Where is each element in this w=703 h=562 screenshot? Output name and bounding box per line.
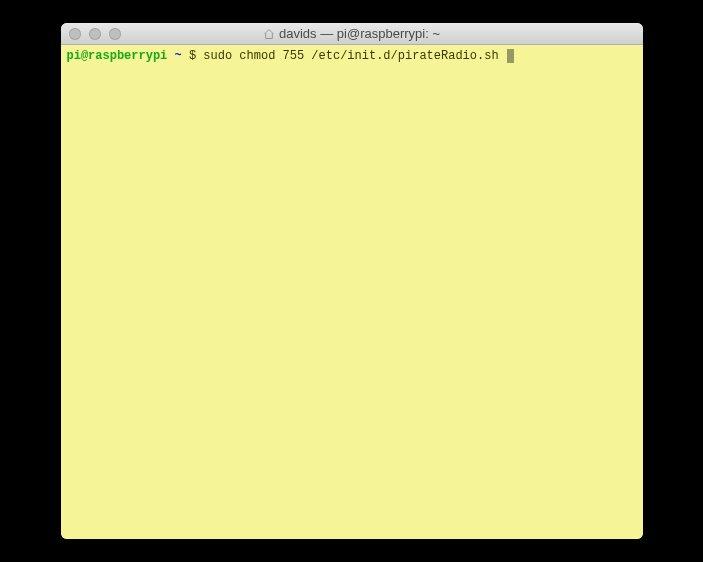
command-input[interactable]: sudo chmod 755 /etc/init.d/pirateRadio.s… [203,49,498,63]
titlebar[interactable]: davids — pi@raspberrypi: ~ [61,23,643,45]
minimize-button[interactable] [89,28,101,40]
maximize-button[interactable] [109,28,121,40]
prompt-symbol: $ [189,49,196,63]
terminal-window: davids — pi@raspberrypi: ~ pi@raspberryp… [61,23,643,539]
title-center: davids — pi@raspberrypi: ~ [61,26,643,41]
prompt-path: ~ [175,49,182,63]
home-icon [263,28,275,40]
close-button[interactable] [69,28,81,40]
traffic-lights [69,28,121,40]
cursor [507,49,514,63]
terminal-body[interactable]: pi@raspberrypi ~ $ sudo chmod 755 /etc/i… [61,45,643,539]
window-title: davids — pi@raspberrypi: ~ [279,26,440,41]
prompt-line: pi@raspberrypi ~ $ sudo chmod 755 /etc/i… [67,48,637,65]
prompt-user-host: pi@raspberrypi [67,49,168,63]
